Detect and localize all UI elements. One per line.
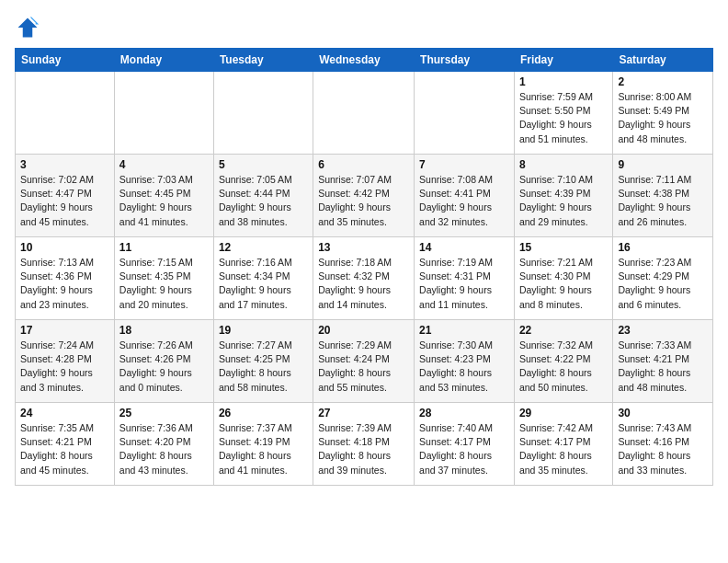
calendar-cell: 13Sunrise: 7:18 AM Sunset: 4:32 PM Dayli…: [313, 237, 415, 320]
day-info: Sunrise: 7:19 AM Sunset: 4:31 PM Dayligh…: [419, 256, 509, 312]
day-info: Sunrise: 7:18 AM Sunset: 4:32 PM Dayligh…: [318, 256, 409, 312]
day-number: 10: [20, 241, 109, 254]
day-info: Sunrise: 7:03 AM Sunset: 4:45 PM Dayligh…: [119, 173, 209, 229]
day-number: 16: [618, 241, 708, 254]
calendar-cell: [16, 72, 115, 155]
day-info: Sunrise: 7:37 AM Sunset: 4:19 PM Dayligh…: [219, 421, 308, 477]
day-info: Sunrise: 7:43 AM Sunset: 4:16 PM Dayligh…: [618, 421, 708, 477]
calendar-cell: [313, 72, 415, 155]
calendar-cell: 15Sunrise: 7:21 AM Sunset: 4:30 PM Dayli…: [514, 237, 612, 320]
day-info: Sunrise: 7:33 AM Sunset: 4:21 PM Dayligh…: [618, 339, 708, 395]
day-number: 9: [618, 158, 708, 171]
day-number: 22: [519, 324, 608, 337]
day-number: 19: [219, 324, 308, 337]
day-number: 3: [20, 158, 109, 171]
day-number: 1: [519, 75, 608, 88]
calendar-cell: [415, 72, 515, 155]
calendar-cell: 18Sunrise: 7:26 AM Sunset: 4:26 PM Dayli…: [114, 320, 213, 403]
day-info: Sunrise: 7:29 AM Sunset: 4:24 PM Dayligh…: [318, 339, 409, 395]
calendar-header-saturday: Saturday: [613, 49, 713, 72]
calendar-cell: 9Sunrise: 7:11 AM Sunset: 4:38 PM Daylig…: [613, 155, 713, 237]
day-number: 29: [519, 407, 608, 419]
day-info: Sunrise: 7:42 AM Sunset: 4:17 PM Dayligh…: [519, 421, 608, 477]
day-number: 5: [219, 158, 308, 171]
day-number: 18: [119, 324, 209, 337]
day-info: Sunrise: 7:27 AM Sunset: 4:25 PM Dayligh…: [219, 339, 308, 395]
calendar-cell: 19Sunrise: 7:27 AM Sunset: 4:25 PM Dayli…: [213, 320, 313, 403]
day-info: Sunrise: 8:00 AM Sunset: 5:49 PM Dayligh…: [618, 90, 708, 146]
day-number: 4: [119, 158, 209, 171]
calendar-header-thursday: Thursday: [415, 49, 515, 72]
calendar-cell: 23Sunrise: 7:33 AM Sunset: 4:21 PM Dayli…: [613, 320, 713, 403]
calendar-body: 1Sunrise: 7:59 AM Sunset: 5:50 PM Daylig…: [16, 72, 713, 486]
calendar-cell: 2Sunrise: 8:00 AM Sunset: 5:49 PM Daylig…: [613, 72, 713, 155]
calendar-header-row: SundayMondayTuesdayWednesdayThursdayFrid…: [16, 49, 713, 72]
calendar-cell: 16Sunrise: 7:23 AM Sunset: 4:29 PM Dayli…: [613, 237, 713, 320]
day-info: Sunrise: 7:24 AM Sunset: 4:28 PM Dayligh…: [20, 339, 109, 395]
day-number: 8: [519, 158, 608, 171]
calendar-header-tuesday: Tuesday: [213, 49, 313, 72]
day-number: 26: [219, 407, 308, 419]
day-number: 20: [318, 324, 409, 337]
day-info: Sunrise: 7:39 AM Sunset: 4:18 PM Dayligh…: [318, 421, 409, 477]
day-info: Sunrise: 7:16 AM Sunset: 4:34 PM Dayligh…: [219, 256, 308, 312]
day-info: Sunrise: 7:11 AM Sunset: 4:38 PM Dayligh…: [618, 173, 708, 229]
calendar-cell: 6Sunrise: 7:07 AM Sunset: 4:42 PM Daylig…: [313, 155, 415, 237]
calendar-header-monday: Monday: [114, 49, 213, 72]
day-info: Sunrise: 7:35 AM Sunset: 4:21 PM Dayligh…: [20, 421, 109, 477]
calendar-week-2: 3Sunrise: 7:02 AM Sunset: 4:47 PM Daylig…: [16, 155, 713, 237]
calendar-week-3: 10Sunrise: 7:13 AM Sunset: 4:36 PM Dayli…: [16, 237, 713, 320]
logo-icon: [15, 15, 40, 40]
logo: [15, 15, 44, 40]
day-number: 7: [419, 158, 509, 171]
day-info: Sunrise: 7:07 AM Sunset: 4:42 PM Dayligh…: [318, 173, 409, 229]
day-info: Sunrise: 7:59 AM Sunset: 5:50 PM Dayligh…: [519, 90, 608, 146]
day-number: 30: [618, 407, 708, 419]
day-info: Sunrise: 7:15 AM Sunset: 4:35 PM Dayligh…: [119, 256, 209, 312]
calendar-week-1: 1Sunrise: 7:59 AM Sunset: 5:50 PM Daylig…: [16, 72, 713, 155]
day-number: 11: [119, 241, 209, 254]
calendar-cell: 29Sunrise: 7:42 AM Sunset: 4:17 PM Dayli…: [514, 403, 612, 486]
calendar-cell: 5Sunrise: 7:05 AM Sunset: 4:44 PM Daylig…: [213, 155, 313, 237]
day-info: Sunrise: 7:08 AM Sunset: 4:41 PM Dayligh…: [419, 173, 509, 229]
day-info: Sunrise: 7:36 AM Sunset: 4:20 PM Dayligh…: [119, 421, 209, 477]
day-number: 6: [318, 158, 409, 171]
day-number: 15: [519, 241, 608, 254]
calendar-cell: 17Sunrise: 7:24 AM Sunset: 4:28 PM Dayli…: [16, 320, 115, 403]
day-info: Sunrise: 7:05 AM Sunset: 4:44 PM Dayligh…: [219, 173, 308, 229]
day-number: 21: [419, 324, 509, 337]
calendar-cell: 25Sunrise: 7:36 AM Sunset: 4:20 PM Dayli…: [114, 403, 213, 486]
calendar-cell: 20Sunrise: 7:29 AM Sunset: 4:24 PM Dayli…: [313, 320, 415, 403]
calendar-week-5: 24Sunrise: 7:35 AM Sunset: 4:21 PM Dayli…: [16, 403, 713, 486]
day-number: 2: [618, 75, 708, 88]
calendar-cell: 24Sunrise: 7:35 AM Sunset: 4:21 PM Dayli…: [16, 403, 115, 486]
day-info: Sunrise: 7:10 AM Sunset: 4:39 PM Dayligh…: [519, 173, 608, 229]
calendar-table: SundayMondayTuesdayWednesdayThursdayFrid…: [15, 48, 713, 486]
page-header: [15, 15, 713, 40]
calendar-cell: 11Sunrise: 7:15 AM Sunset: 4:35 PM Dayli…: [114, 237, 213, 320]
day-info: Sunrise: 7:30 AM Sunset: 4:23 PM Dayligh…: [419, 339, 509, 395]
day-info: Sunrise: 7:32 AM Sunset: 4:22 PM Dayligh…: [519, 339, 608, 395]
day-info: Sunrise: 7:40 AM Sunset: 4:17 PM Dayligh…: [419, 421, 509, 477]
calendar-cell: 7Sunrise: 7:08 AM Sunset: 4:41 PM Daylig…: [415, 155, 515, 237]
day-info: Sunrise: 7:02 AM Sunset: 4:47 PM Dayligh…: [20, 173, 109, 229]
day-number: 23: [618, 324, 708, 337]
day-number: 27: [318, 407, 409, 419]
day-number: 24: [20, 407, 109, 419]
calendar-week-4: 17Sunrise: 7:24 AM Sunset: 4:28 PM Dayli…: [16, 320, 713, 403]
calendar-cell: 1Sunrise: 7:59 AM Sunset: 5:50 PM Daylig…: [514, 72, 612, 155]
day-number: 17: [20, 324, 109, 337]
day-info: Sunrise: 7:21 AM Sunset: 4:30 PM Dayligh…: [519, 256, 608, 312]
calendar-header-sunday: Sunday: [16, 49, 115, 72]
calendar-cell: 12Sunrise: 7:16 AM Sunset: 4:34 PM Dayli…: [213, 237, 313, 320]
calendar-cell: [114, 72, 213, 155]
calendar-header-wednesday: Wednesday: [313, 49, 415, 72]
calendar-cell: 21Sunrise: 7:30 AM Sunset: 4:23 PM Dayli…: [415, 320, 515, 403]
calendar-cell: 27Sunrise: 7:39 AM Sunset: 4:18 PM Dayli…: [313, 403, 415, 486]
day-number: 25: [119, 407, 209, 419]
calendar-cell: 14Sunrise: 7:19 AM Sunset: 4:31 PM Dayli…: [415, 237, 515, 320]
calendar-cell: 3Sunrise: 7:02 AM Sunset: 4:47 PM Daylig…: [16, 155, 115, 237]
day-number: 13: [318, 241, 409, 254]
calendar-cell: 30Sunrise: 7:43 AM Sunset: 4:16 PM Dayli…: [613, 403, 713, 486]
calendar-cell: 22Sunrise: 7:32 AM Sunset: 4:22 PM Dayli…: [514, 320, 612, 403]
